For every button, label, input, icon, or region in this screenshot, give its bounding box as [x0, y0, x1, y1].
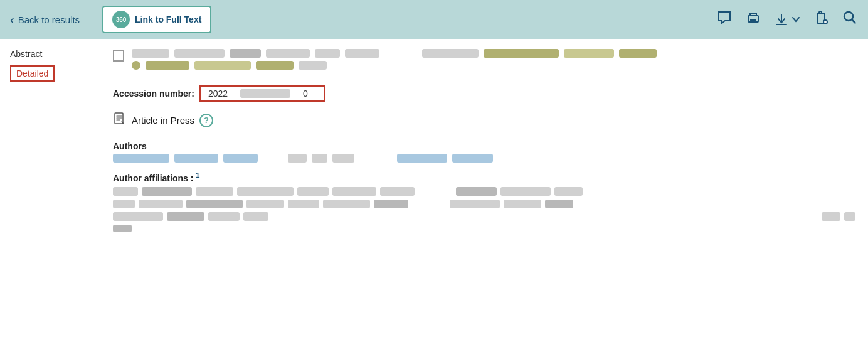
aff-blurred: [167, 212, 204, 221]
aff-blurred: [500, 187, 551, 196]
authors-label: Authors: [113, 141, 855, 151]
aff-blurred: [450, 200, 500, 208]
author-blurred: [223, 154, 258, 163]
article-in-press-label: Article in Press: [132, 115, 194, 126]
title-line-2: [132, 61, 855, 70]
author-blurred: [288, 154, 307, 163]
print-icon[interactable]: [745, 9, 761, 29]
affiliation-superscript: 1: [196, 171, 199, 179]
aff-blurred: [208, 212, 240, 221]
aff-blurred: [142, 187, 192, 196]
clipboard-icon[interactable]: [813, 9, 829, 29]
author-blurred: [397, 154, 447, 163]
back-to-results-link[interactable]: Back to results: [10, 13, 80, 27]
accession-label: Accession number:: [113, 88, 194, 99]
chevron-down-icon: [791, 15, 800, 24]
chat-icon[interactable]: [716, 9, 733, 29]
blurred-text: [146, 61, 189, 70]
authors-blurred: [113, 154, 855, 163]
author-blurred: [174, 154, 218, 163]
affiliations-content: [113, 187, 855, 232]
title-line-1: [132, 49, 855, 58]
aff-blurred: [139, 200, 183, 208]
blurred-text: [422, 49, 479, 58]
title-row: [113, 49, 855, 73]
link-full-text-button[interactable]: 360 Link to Full Text: [102, 6, 211, 33]
article-detail-content: Accession number: 2022 0 Article in Pres…: [100, 49, 868, 238]
badge-360: 360: [112, 11, 130, 28]
aff-blurred: [374, 200, 408, 208]
article-in-press-row: Article in Press ?: [113, 112, 855, 129]
blurred-text: [132, 49, 169, 58]
aff-blurred: [113, 200, 135, 208]
blurred-text: [345, 49, 379, 58]
aff-blurred: [844, 212, 855, 221]
accession-number-row: Accession number: 2022 0: [113, 85, 855, 102]
back-to-results-label: Back to results: [18, 14, 80, 25]
aff-blurred: [113, 212, 163, 221]
aff-blurred: [196, 187, 233, 196]
aff-blurred: [288, 200, 319, 208]
search-icon[interactable]: [842, 9, 858, 29]
sidebar-item-detailed[interactable]: Detailed: [10, 65, 55, 82]
aff-blurred: [113, 187, 138, 196]
accession-value: 2022: [208, 88, 228, 99]
blurred-text: [299, 61, 327, 70]
help-icon[interactable]: ?: [199, 114, 213, 127]
accession-box: 2022 0: [199, 85, 325, 102]
accession-suffix: 0: [303, 88, 308, 99]
sidebar: Abstract Detailed: [0, 49, 100, 238]
affiliations-row: Author affiliations : 1: [113, 171, 855, 232]
sidebar-item-abstract[interactable]: Abstract: [10, 49, 90, 59]
aff-blurred: [237, 187, 294, 196]
blurred-text: [619, 49, 657, 58]
accession-blurred: [240, 89, 290, 98]
download-icon-group[interactable]: [774, 12, 800, 27]
authors-row: Authors: [113, 141, 855, 163]
author-blurred: [332, 154, 354, 163]
blurred-text: [174, 49, 225, 58]
blurred-text: [256, 61, 294, 70]
affiliations-label: Author affiliations : 1: [113, 171, 855, 183]
aff-blurred: [332, 187, 376, 196]
toolbar: Back to results 360 Link to Full Text: [0, 0, 868, 39]
affiliation-line-1: [113, 187, 855, 196]
blurred-text: [484, 49, 559, 58]
aff-blurred: [186, 200, 243, 208]
blurred-text: [230, 49, 261, 58]
aff-blurred: [113, 225, 132, 232]
main-content: Abstract Detailed: [0, 39, 868, 238]
affiliation-line-2: [113, 200, 855, 208]
aff-right-blurred: [822, 212, 855, 221]
aff-blurred: [545, 200, 573, 208]
blurred-text: [194, 61, 251, 70]
abstract-label: Abstract: [10, 49, 42, 59]
blurred-text: [266, 49, 310, 58]
aff-blurred: [243, 212, 268, 221]
article-in-press-icon: [113, 112, 127, 129]
aff-blurred: [504, 200, 541, 208]
aff-blurred: [456, 187, 497, 196]
blurred-text: [564, 49, 614, 58]
aff-blurred: [822, 212, 840, 221]
link-full-text-label: Link to Full Text: [135, 14, 201, 24]
blurred-icon: [132, 61, 140, 70]
aff-blurred: [246, 200, 284, 208]
author-blurred: [312, 154, 327, 163]
author-blurred: [113, 154, 169, 163]
title-checkbox[interactable]: [113, 50, 124, 62]
aff-blurred: [297, 187, 329, 196]
affiliation-line-4: [113, 225, 855, 232]
svg-rect-1: [750, 19, 756, 21]
author-blurred: [452, 154, 493, 163]
affiliation-line-3: [113, 212, 855, 221]
title-blurred-area: [132, 49, 855, 73]
aff-blurred: [323, 200, 370, 208]
detailed-label: Detailed: [16, 68, 48, 78]
blurred-text: [315, 49, 340, 58]
aff-blurred: [554, 187, 583, 196]
toolbar-icons: [716, 9, 858, 29]
aff-blurred: [380, 187, 415, 196]
